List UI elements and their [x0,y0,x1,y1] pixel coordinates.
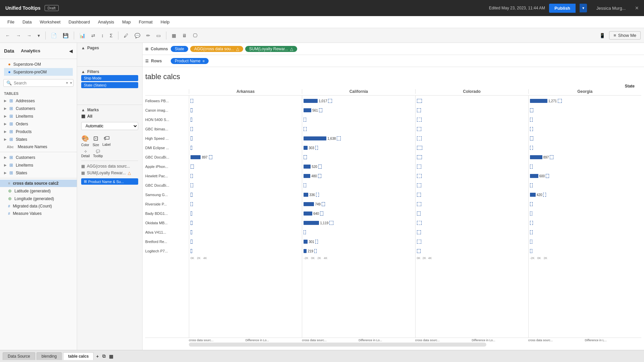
dashed-bar [530,230,533,234]
sheet-options-btn[interactable]: ▦ [108,353,114,360]
analytics-tab[interactable]: Analytics [17,46,66,56]
back-button[interactable]: ← [3,32,12,40]
columns-agg-pill[interactable]: AGG(cross data sou... △ [190,46,243,52]
columns-label: ⊞ Columns [145,47,169,51]
filters-title[interactable]: ▲ Filters [81,69,138,74]
expand-icon: ▶ [4,137,7,141]
device-button[interactable]: 📱 [597,32,607,40]
forward-button[interactable]: → [14,32,23,40]
datasource-preom[interactable]: ● Superstore-preOM [4,68,73,76]
state-col-colorado: Colorado [415,89,528,94]
tab-table-calcs[interactable]: table calcs [63,352,94,360]
menu-analysis[interactable]: Analysis [95,18,117,26]
filter-state[interactable]: State (States) [81,82,138,88]
product-chip[interactable]: ⊞ Product Name & Su... [81,178,138,185]
size-control[interactable]: ⊡ Size [93,135,99,147]
table-customers[interactable]: ▶ ⊞ Customers [0,105,77,112]
annotation-button[interactable]: ✏ [144,32,152,40]
calc-migrated[interactable]: # Migrated data (Count) [0,202,77,210]
new-sheet-icon-btn[interactable]: + [95,353,100,360]
bar-row [304,124,414,134]
table-lineitems2[interactable]: ▶ ⊞ LineItems [0,161,77,169]
filter-icon[interactable]: ▾ [66,81,68,85]
menu-file[interactable]: File [4,18,18,26]
marks-all-label: All [87,114,92,119]
table-label: Customers [16,155,35,160]
menu-worksheet[interactable]: Worksheet [36,18,64,26]
calc-longitude[interactable]: ⊕ Longitude (generated) [0,195,77,202]
publish-button[interactable]: Publish [549,4,576,13]
new-sheet-button[interactable]: 📄 [49,32,59,40]
bar-row [304,228,414,237]
collapse-icon[interactable]: ◀ [69,48,73,54]
bar-chart-button[interactable]: ▦ [170,32,178,40]
filter-ship-mode[interactable]: Ship Mode [81,75,138,81]
data-title: Data [4,48,14,54]
duplicate-sheet-btn[interactable]: ⧉ [101,352,107,360]
menu-help[interactable]: Help [157,18,173,26]
table-icon: ⊞ [9,163,13,168]
layout-button[interactable]: ▭ [154,32,163,40]
search-input[interactable] [14,81,64,85]
table-orders[interactable]: ▶ ⊞ Orders [0,120,77,128]
georgia-bars: 1,271 897 [528,96,641,338]
table-measure-names[interactable]: Abc Measure Names [0,143,77,150]
left-panel: Data Analytics ◀ ● Superstore-OM ● Super… [0,43,77,350]
bar-row [417,171,527,181]
expand-icon: ▶ [4,99,7,103]
marks-all[interactable]: ▦ All [81,112,138,120]
close-button[interactable]: × [635,5,639,12]
table-states[interactable]: ▶ ⊞ States [0,135,77,143]
show-me-button[interactable]: ≡ Show Me [609,31,641,40]
present-button[interactable]: 🖵 [191,32,200,40]
menu-format[interactable]: Format [136,18,156,26]
solid-bar [530,155,542,159]
dashed-bar [417,174,422,178]
table-customers2[interactable]: ▶ ⊞ Customers [0,154,77,161]
map-button[interactable]: 🖥 [180,32,189,40]
sum-button[interactable]: Σ [108,32,115,40]
calc-latitude[interactable]: ⊕ Latitude (generated) [0,187,77,195]
chart-type-button[interactable]: 📊 [77,32,87,40]
tooltip-button[interactable]: 💬 [132,32,142,40]
marks-item-sum[interactable]: ▦ SUM(Loyalty Rewar... △ [81,170,138,176]
table-states2[interactable]: ▶ ⊞ States [0,169,77,177]
dropdown-button[interactable]: ▾ [36,32,42,40]
detail-control[interactable]: ⊹ Detail [81,149,90,158]
size-icon: ⊡ [93,135,98,142]
sort-button[interactable]: ↕ [99,32,106,40]
pages-title[interactable]: ▲ Pages [81,46,138,50]
menu-data[interactable]: Data [19,18,35,26]
highlight-button[interactable]: 🖊 [122,32,130,40]
bar-value: 1,638 [327,137,336,140]
toolbar-separator2 [74,32,74,40]
table-lineitems[interactable]: ▶ ⊞ LineItems [0,112,77,120]
calc-measure-values[interactable]: # Measure Values [0,210,77,217]
bar-row: 1,638 [304,134,414,143]
menu-dashboard[interactable]: Dashboard [65,18,93,26]
label-control[interactable]: 🏷 Label [102,135,110,147]
color-control[interactable]: 🎨 Color [81,135,89,147]
bar-row [530,209,640,218]
table-products[interactable]: ▶ ⊞ Products [0,128,77,135]
save-button[interactable]: 💾 [61,32,70,40]
rows-product-pill[interactable]: Product Name ≡ [171,58,209,64]
dashed-bar [417,221,422,225]
marks-type-select[interactable]: Automatic [81,122,138,130]
tooltip-control[interactable]: 💬 Tooltip [93,149,103,158]
tab-data-source[interactable]: Data Source [3,352,35,360]
columns-sum-pill[interactable]: SUM(Loyalty Rewar... △ [245,46,297,52]
datasource-om[interactable]: ● Superstore-OM [4,60,73,68]
calc-cross-data[interactable]: = cross data source calc2 [0,180,77,187]
marks-item-agg[interactable]: ▦ AGG(cross data sourc... [81,163,138,170]
tab-blending[interactable]: blending [37,352,62,360]
search-options-icon[interactable]: ▾ [70,81,72,85]
table-addresses[interactable]: ▶ ⊞ Addresses [0,97,77,105]
publish-dropdown-button[interactable]: ▾ [580,4,587,12]
menu-map[interactable]: Map [119,18,134,26]
forward2-button[interactable]: → [25,32,34,40]
horizontal-scrollbar[interactable] [189,343,486,347]
swap-button[interactable]: ⇄ [89,32,97,40]
bar-row [191,237,301,246]
columns-state-pill[interactable]: State [171,46,188,52]
